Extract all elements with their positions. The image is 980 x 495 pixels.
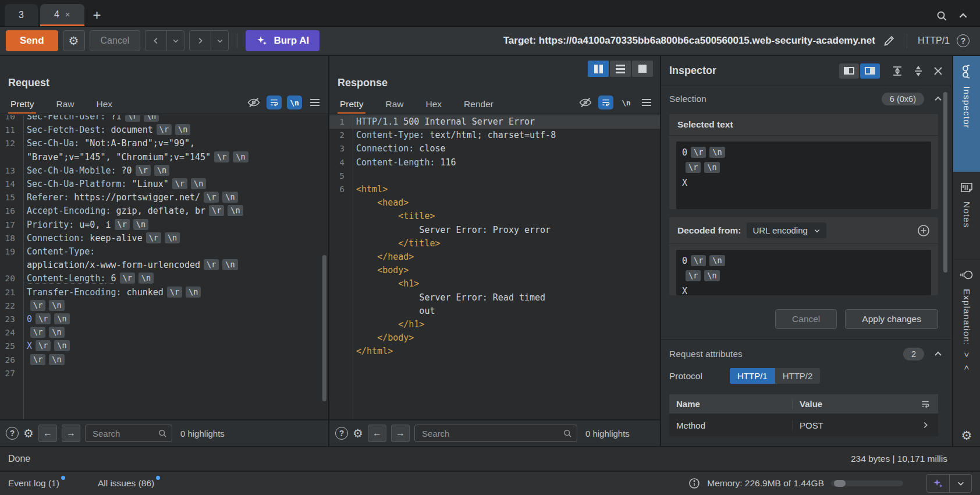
chevron-up-icon[interactable]: [933, 94, 943, 104]
table-row-method[interactable]: Method POST: [669, 414, 938, 436]
search-next-button[interactable]: →: [391, 425, 410, 442]
search-icon[interactable]: [936, 10, 947, 22]
dock-left-icon[interactable]: [839, 63, 859, 79]
response-tab-raw[interactable]: Raw: [383, 99, 406, 114]
dock-right-icon[interactable]: [860, 63, 880, 79]
close-tab-icon[interactable]: ×: [65, 9, 70, 19]
editor-line[interactable]: Server Error: Proxy error: [329, 224, 660, 237]
editor-line[interactable]: </head>: [329, 250, 660, 264]
chevron-right-icon[interactable]: [912, 421, 938, 429]
send-settings-gear-icon[interactable]: ⚙: [63, 30, 85, 51]
collapse-all-icon[interactable]: [912, 65, 924, 77]
response-editor[interactable]: 1HTTP/1.1 500 Internal Server Error2Cont…: [329, 115, 660, 419]
search-next-button[interactable]: →: [62, 425, 80, 442]
layout-columns-icon[interactable]: [588, 61, 609, 77]
editor-line[interactable]: "Brave";v="145", "Chromium";v="145"\r\n: [0, 151, 328, 164]
editor-line[interactable]: 10Sec-Fetch-User: ?1\r\n: [0, 115, 328, 123]
event-log-button[interactable]: Event log (1): [8, 478, 59, 489]
rail-collapse-glyph[interactable]: <: [962, 365, 971, 370]
rail-expand-glyph[interactable]: >: [962, 352, 971, 358]
editor-line[interactable]: 26\r\n: [0, 353, 328, 367]
editor-line[interactable]: 20Content-Length: 6\r\n: [0, 272, 328, 285]
sparkle-icon[interactable]: [927, 475, 949, 492]
editor-line[interactable]: 17Priority: u=0, i\r\n: [0, 218, 328, 232]
layout-single-icon[interactable]: [632, 61, 653, 77]
rail-tab-notes[interactable]: Notes: [953, 172, 980, 260]
editor-line[interactable]: Server Error: Read timed: [329, 291, 660, 305]
editor-line[interactable]: 27: [0, 367, 328, 380]
request-editor-scrollbar[interactable]: [322, 255, 326, 401]
search-prev-button[interactable]: ←: [368, 425, 386, 442]
new-tab-button[interactable]: +: [87, 4, 108, 26]
repeater-tab-3[interactable]: 3: [5, 4, 38, 26]
settings-gear-icon[interactable]: ⚙: [961, 429, 972, 443]
collapse-banner-icon[interactable]: [958, 10, 968, 21]
editor-line[interactable]: </title>: [329, 237, 660, 250]
editor-line[interactable]: 22\r\n: [0, 299, 328, 313]
soft-wrap-icon[interactable]: [267, 96, 282, 109]
show-newlines-icon[interactable]: \n: [287, 96, 302, 109]
search-input[interactable]: [421, 428, 563, 439]
rail-tab-inspector[interactable]: Inspector: [953, 56, 980, 172]
search-prev-button[interactable]: ←: [38, 425, 57, 442]
editor-line[interactable]: 14Sec-Ch-Ua-Platform: "Linux"\r\n: [0, 178, 328, 191]
editor-line[interactable]: <body>: [329, 264, 660, 277]
editor-line[interactable]: 19Content-Type:: [0, 245, 328, 259]
selection-section-header[interactable]: Selection 6 (0x6): [661, 86, 951, 112]
add-decoding-step-icon[interactable]: [917, 224, 930, 237]
chevron-up-icon[interactable]: [933, 349, 943, 359]
search-settings-gear-icon[interactable]: ⚙: [23, 426, 34, 440]
close-inspector-icon[interactable]: [933, 66, 943, 76]
apply-changes-button[interactable]: Apply changes: [845, 309, 938, 329]
expand-all-icon[interactable]: [892, 65, 903, 77]
request-search-field[interactable]: [85, 425, 172, 442]
editor-line[interactable]: 18Connection: keep-alive\r\n: [0, 232, 328, 245]
response-tab-render[interactable]: Render: [461, 99, 496, 114]
soft-wrap-icon[interactable]: [598, 96, 613, 109]
hide-nonprintable-icon[interactable]: [246, 96, 261, 109]
editor-line[interactable]: 1HTTP/1.1 500 Internal Server Error: [329, 115, 660, 129]
editor-line[interactable]: </h1>: [329, 318, 660, 331]
request-tab-pretty[interactable]: Pretty: [8, 99, 36, 114]
history-forward-button[interactable]: [190, 31, 211, 51]
editor-line[interactable]: </html>: [329, 345, 660, 358]
cancel-changes-button[interactable]: Cancel: [775, 309, 837, 329]
editor-line[interactable]: 15Referer: https://portswigger.net/\r\n: [0, 191, 328, 204]
layout-rows-icon[interactable]: [610, 61, 631, 77]
editor-line[interactable]: </body>: [329, 331, 660, 345]
editor-line[interactable]: 2Content-Type: text/html; charset=utf-8: [329, 129, 660, 142]
history-back-dropdown-icon[interactable]: [166, 31, 184, 51]
editor-line[interactable]: 24\r\n: [0, 326, 328, 340]
editor-menu-icon[interactable]: [639, 96, 654, 109]
chevron-down-icon[interactable]: [949, 475, 971, 492]
inspector-scrollbar[interactable]: [943, 92, 947, 273]
selected-text-value[interactable]: 0\r\n\r\nX: [676, 142, 931, 209]
response-search-field[interactable]: [414, 425, 577, 442]
search-settings-gear-icon[interactable]: ⚙: [353, 426, 363, 440]
send-button[interactable]: Send: [6, 30, 58, 51]
editor-line[interactable]: 11Sec-Fetch-Dest: document\r\n: [0, 123, 328, 137]
decoding-method-select[interactable]: URL encoding: [747, 222, 826, 238]
editor-line[interactable]: 13Sec-Ch-Ua-Mobile: ?0\r\n: [0, 164, 328, 178]
burp-ai-button[interactable]: Burp AI: [246, 30, 319, 51]
editor-line[interactable]: <h1>: [329, 277, 660, 291]
edit-target-pencil-icon[interactable]: [882, 34, 896, 48]
request-editor[interactable]: 10Sec-Fetch-User: ?1\r\n11Sec-Fetch-Dest…: [0, 115, 328, 419]
editor-line[interactable]: <head>: [329, 196, 660, 210]
repeater-tab-4[interactable]: 4 ×: [40, 4, 84, 26]
editor-line[interactable]: 5: [329, 169, 660, 183]
request-tab-hex[interactable]: Hex: [94, 99, 115, 114]
editor-line[interactable]: 16Accept-Encoding: gzip, deflate, br\r\n: [0, 204, 328, 218]
response-tab-pretty[interactable]: Pretty: [338, 99, 365, 114]
editor-line[interactable]: 6<html>: [329, 183, 660, 196]
editor-menu-icon[interactable]: [307, 96, 322, 109]
search-help-icon[interactable]: ?: [335, 427, 348, 440]
rail-tab-explanation[interactable]: Explanation: > <: [953, 260, 980, 416]
help-icon[interactable]: ?: [957, 34, 970, 47]
editor-line[interactable]: 3Connection: close: [329, 142, 660, 155]
request-tab-raw[interactable]: Raw: [54, 99, 76, 114]
decoded-text-value[interactable]: 0\r\n\r\nX: [676, 250, 931, 295]
search-help-icon[interactable]: ?: [6, 427, 19, 440]
editor-line[interactable]: 230\r\n: [0, 313, 328, 326]
editor-line[interactable]: 25X\r\n: [0, 340, 328, 353]
